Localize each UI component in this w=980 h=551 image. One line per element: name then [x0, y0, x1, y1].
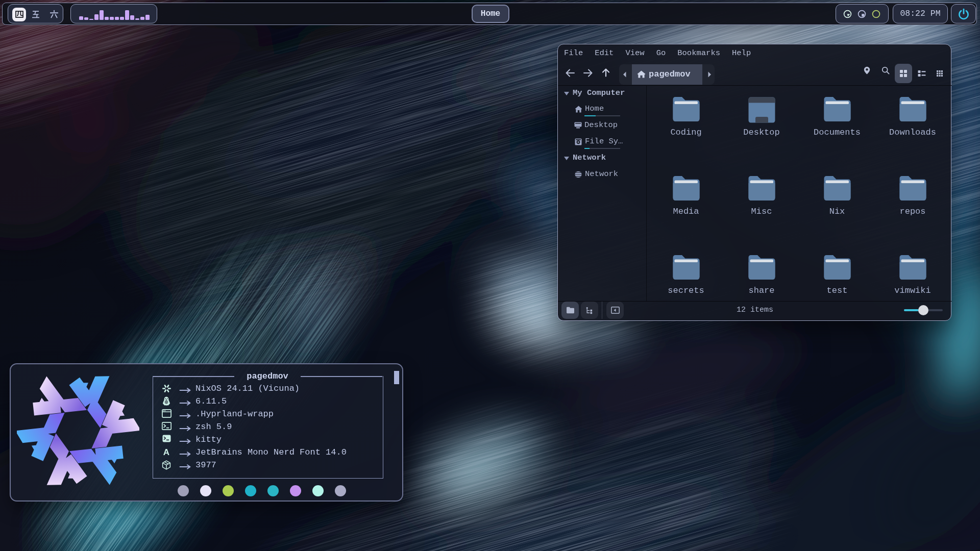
svg-text:A: A [163, 447, 169, 457]
